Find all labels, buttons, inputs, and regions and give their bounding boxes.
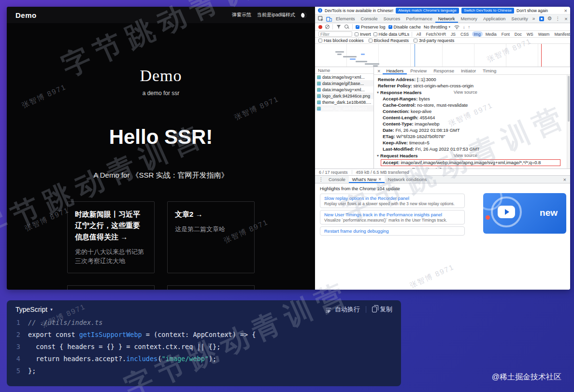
export-har-icon[interactable]: ↑ [468,25,471,29]
word-wrap-button[interactable]: 自动换行 [325,305,360,314]
header-name: Accept [383,160,401,165]
switch-to-chinese-button[interactable]: Switch DevTools to Chinese [461,8,514,14]
request-headers-section[interactable]: ▾ Request Headers View source [374,152,565,159]
has-blocked-cookies-checkbox[interactable]: Has blocked cookies [318,38,364,43]
filter-pill-media[interactable]: Media [484,31,499,37]
request-row[interactable]: data:image/svg+xml... [315,74,373,80]
filter-pill-all[interactable]: All [415,31,423,37]
request-name: theme_dark.1e10b408.png [322,100,372,105]
nav-link-popup-demo[interactable]: 弹窗示范 [232,12,251,18]
close-icon[interactable]: × [375,68,383,74]
filter-pill-img[interactable]: Img [472,31,483,37]
inspect-icon[interactable] [316,14,325,23]
tab-performance[interactable]: Performance [403,14,435,23]
record-icon[interactable] [318,25,322,29]
tab-elements[interactable]: Elements [333,14,358,23]
settings-gear-icon[interactable]: ⚙ [545,14,554,23]
filter-icon[interactable] [336,25,342,29]
filter-pill-js[interactable]: JS [449,31,458,37]
issues-icon[interactable] [539,16,544,21]
close-icon[interactable]: × [562,14,570,23]
whats-new-item[interactable]: Restart frame during debugging [320,226,465,236]
disclosure-triangle-icon[interactable]: ▾ [377,90,379,95]
import-har-icon[interactable]: ↓ [463,25,465,29]
response-headers-section[interactable]: ▾ Response Headers View source [374,89,565,96]
throttling-select[interactable]: No throttling ▾ [424,25,450,29]
request-row[interactable]: data:image/gif;base... [315,80,373,86]
article-card-partial[interactable] [67,285,155,290]
tab-memory[interactable]: Memory [458,14,480,23]
close-icon[interactable]: × [564,8,567,14]
view-source-link[interactable]: View source [454,153,477,158]
name-column-header[interactable]: Name [315,67,373,74]
kebab-menu-icon[interactable]: ⋮ [317,177,325,182]
filter-pill-fetch-xhr[interactable]: Fetch/XHR [424,31,448,37]
whats-new-item-title[interactable]: Restart frame during debugging [324,228,460,234]
preserve-log-checkbox[interactable]: Preserve log [356,25,386,29]
hide-data-urls-checkbox[interactable]: Hide data URLs [373,32,410,37]
whats-new-item[interactable]: New User Timings track in the Performanc… [320,210,465,224]
request-row[interactable]: logo_dark.942946ce.png [315,93,373,99]
kebab-menu-icon[interactable]: ⋮ [554,14,562,23]
close-icon[interactable]: × [561,177,568,182]
article-card[interactable]: 时政新闻眼丨习近平辽宁之行，这些重要信息值得关注 → 党的十八大以来总书记第三次… [67,201,155,273]
tab-console[interactable]: Console [358,14,381,23]
article-card[interactable]: 文章2 → 这是第二篇文章哈 [167,201,255,273]
waterfall-bar [343,56,357,57]
scrollbar[interactable] [567,75,570,168]
request-row[interactable]: data:image/svg+xml... [315,86,373,93]
tab-network[interactable]: Network [435,14,458,23]
device-toolbar-icon[interactable] [325,14,333,23]
filter-pill-css[interactable]: CSS [459,31,471,37]
whats-new-item[interactable]: Slow replay options in the Recorder pane… [320,194,465,208]
invert-checkbox[interactable]: Invert [355,32,371,37]
whats-new-item-title[interactable]: New User Timings track in the Performanc… [324,212,460,217]
tab-response[interactable]: Response [430,67,458,74]
blocked-requests-checkbox[interactable]: Blocked Requests [369,38,409,43]
filter-pill-doc[interactable]: Doc [513,31,524,37]
drawer-tab-whats-new[interactable]: What's New × [349,176,385,183]
search-icon[interactable] [344,25,349,29]
tab-headers[interactable]: Headers [383,67,407,74]
disclosure-triangle-icon[interactable]: ▾ [377,154,379,158]
whats-new-item-desc: Replay user flows at a slower speed with… [324,201,460,206]
clear-icon[interactable] [325,25,330,29]
network-conditions-icon[interactable] [453,25,460,29]
theme-toggle-icon[interactable] [300,11,307,18]
language-select[interactable]: TypeScript ▾ [15,306,53,313]
filter-pill-manifest[interactable]: Manifest [552,31,570,37]
nav-link-device-style[interactable]: 当前是ipad端样式 [257,12,295,18]
third-party-requests-label: 3rd-party requests [419,38,454,43]
article-card-partial[interactable] [167,285,255,290]
more-tabs-icon[interactable]: » [531,14,537,23]
match-language-button[interactable]: Always match Chrome's language [396,8,459,14]
filter-pill-ws[interactable]: WS [525,31,535,37]
tab-security[interactable]: Security [508,14,531,23]
drawer-tab-console[interactable]: Console [325,176,349,183]
devtools-panel: i DevTools is now available in Chinese! … [315,7,570,290]
copy-button[interactable]: 复制 [372,305,392,314]
network-overview-timeline[interactable] [315,44,570,67]
response-header-row: Connectionkeep-alive [374,108,565,114]
request-row[interactable]: theme_dark.1e10b408.png [315,99,373,105]
browser-window: Demo 弹窗示范 当前是ipad端样式 Demo a demo for ssr… [7,7,570,290]
dont-show-again-button[interactable]: Don't show again [517,8,548,13]
tab-timing[interactable]: Timing [479,67,500,74]
third-party-requests-checkbox[interactable]: 3rd-party requests [414,38,454,43]
tab-initiator[interactable]: Initiator [458,67,479,74]
scrollbar-thumb[interactable] [568,76,570,122]
filter-input[interactable] [318,31,352,37]
drawer-tab-network-conditions[interactable]: Network conditions [385,176,430,183]
view-source-link[interactable]: View source [454,90,477,95]
disable-cache-checkbox[interactable]: Disable cache [388,25,421,29]
whats-new-item-title[interactable]: Slow replay options in the Recorder pane… [324,196,460,201]
request-row-selected[interactable]: home_bg_dark.630e0352.webp [315,105,373,112]
close-icon[interactable]: × [378,177,381,182]
tab-sources[interactable]: Sources [380,14,403,23]
code-editor[interactable]: 1// ./utils/index.ts 2export const getIs… [7,317,401,377]
whats-new-promo-image[interactable]: new [483,193,566,234]
filter-pill-font[interactable]: Font [500,31,512,37]
tab-preview[interactable]: Preview [407,67,430,74]
filter-pill-wasm[interactable]: Wasm [536,31,552,37]
tab-application[interactable]: Application [480,14,508,23]
